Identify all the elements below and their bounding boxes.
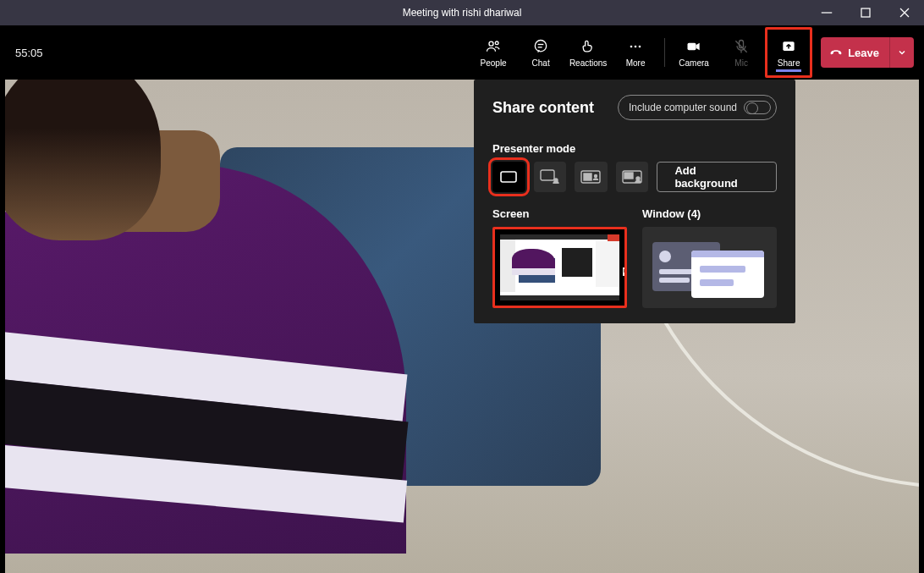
presenter-mode-content-only[interactable] <box>492 162 525 192</box>
reactions-button[interactable]: Reactions <box>564 29 612 76</box>
svg-point-24 <box>636 177 640 180</box>
chevron-down-icon <box>897 47 907 58</box>
screen-only-icon <box>499 170 518 184</box>
window-title: Meeting with rishi dhariwal <box>403 7 522 19</box>
window-section-label: Window (4) <box>642 207 777 220</box>
screen-section-label: Screen <box>492 207 627 220</box>
toggle-pill-icon <box>744 101 771 114</box>
maximize-button[interactable] <box>846 0 885 25</box>
share-button[interactable]: Share <box>765 27 812 78</box>
leave-dropdown[interactable] <box>890 37 914 68</box>
standout-icon <box>540 169 560 185</box>
svg-point-11 <box>639 45 641 47</box>
leave-button[interactable]: Leave <box>821 37 890 68</box>
svg-point-4 <box>489 41 493 46</box>
presenter-mode-reporter[interactable] <box>616 162 649 192</box>
presenter-mode-label: Presenter mode <box>492 142 777 155</box>
svg-rect-1 <box>861 8 870 17</box>
presenter-mode-standout[interactable] <box>534 162 567 192</box>
hangup-icon <box>829 46 843 59</box>
svg-rect-17 <box>541 170 554 180</box>
screen-preview: PREP <box>500 234 619 300</box>
share-content-panel: Share content Include computer sound Pre… <box>474 80 795 323</box>
window-preview-front <box>691 251 764 298</box>
titlebar: Meeting with rishi dhariwal <box>0 0 924 25</box>
screen-thumbnail[interactable]: PREP <box>492 227 627 308</box>
mic-button[interactable]: Mic <box>718 29 765 76</box>
svg-point-5 <box>495 41 498 45</box>
more-button[interactable]: More <box>612 29 659 76</box>
window-controls <box>807 0 924 25</box>
leave-button-group: Leave <box>821 37 914 68</box>
svg-rect-20 <box>584 174 591 180</box>
svg-point-9 <box>630 45 633 47</box>
window-thumbnail[interactable] <box>642 227 777 308</box>
svg-rect-12 <box>688 42 696 49</box>
svg-point-10 <box>635 45 637 47</box>
toolbar-divider <box>664 38 665 67</box>
side-by-side-icon <box>580 169 601 185</box>
people-button[interactable]: People <box>470 29 517 76</box>
svg-rect-23 <box>624 173 633 179</box>
reporter-icon <box>622 169 642 185</box>
presenter-mode-side-by-side[interactable] <box>575 162 608 192</box>
chat-button[interactable]: Chat <box>517 29 564 76</box>
svg-point-6 <box>535 40 546 51</box>
meeting-timer: 55:05 <box>15 47 43 59</box>
meeting-toolbar: 55:05 People Chat Reactions More Camera … <box>0 25 924 80</box>
svg-rect-16 <box>501 172 516 182</box>
camera-button[interactable]: Camera <box>670 29 718 76</box>
minimize-button[interactable] <box>807 0 846 25</box>
add-background-button[interactable]: Add background <box>657 162 777 192</box>
include-sound-toggle[interactable]: Include computer sound <box>618 95 777 120</box>
close-button[interactable] <box>885 0 924 25</box>
svg-point-21 <box>595 175 597 178</box>
share-panel-title: Share content <box>492 99 594 117</box>
